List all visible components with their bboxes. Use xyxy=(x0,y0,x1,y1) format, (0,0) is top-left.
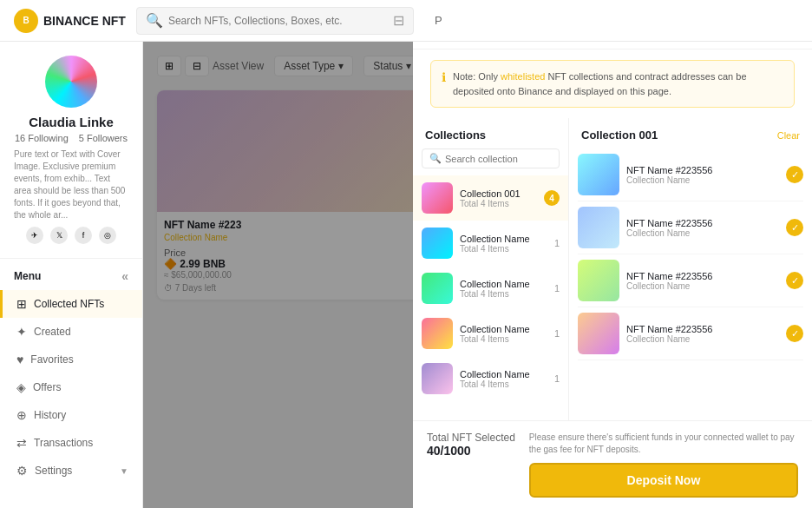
collection-item-3[interactable]: Collection Name Total 4 Items 1 xyxy=(413,311,568,356)
sidebar-item-collected[interactable]: ⊞ Collected NFTs xyxy=(0,290,142,318)
collections-panel: Collections 🔍 Collection 001 Total 4 Ite… xyxy=(413,118,569,420)
search-small-icon: 🔍 xyxy=(429,153,442,164)
collection-search[interactable]: 🔍 xyxy=(422,148,560,168)
check-icon-1: ✓ xyxy=(786,219,803,236)
modal-header: Deposit NFT ●●●●●●● ●●● ⤴ ✕ xyxy=(413,42,812,49)
collection-search-input[interactable] xyxy=(445,154,552,164)
logo-icon: B xyxy=(14,9,38,33)
diamond-icon: ◈ xyxy=(16,380,26,394)
facebook-icon[interactable]: f xyxy=(75,227,92,244)
collection-name-1: Collection Name xyxy=(460,234,547,244)
collection-count-3: 1 xyxy=(554,328,560,339)
collection-name-3: Collection Name xyxy=(460,324,547,334)
clock-icon: ⊕ xyxy=(16,408,27,422)
profile-section: Claudia Linke 16 Following 5 Followers P… xyxy=(0,56,142,259)
notice-text: Note: Only whitelisted NFT collections a… xyxy=(453,69,783,98)
footer-note: Please ensure there's sufficient funds i… xyxy=(529,432,798,456)
twitter-icon[interactable]: 𝕏 xyxy=(50,227,68,244)
collections-list: Collection 001 Total 4 Items 4 Collectio… xyxy=(413,175,568,420)
modal-footer: Total NFT Selected 40/1000 Please ensure… xyxy=(413,420,812,508)
menu-header: Menu « xyxy=(0,259,142,290)
collection-info-4: Collection Name Total 4 Items xyxy=(460,369,547,389)
collection-name-4: Collection Name xyxy=(460,369,547,379)
footer-total: Total NFT Selected 40/1000 xyxy=(427,432,515,458)
deposit-modal: Deposit NFT ●●●●●●● ●●● ⤴ ✕ ℹ xyxy=(413,42,812,508)
nft-row-coll-1: Collection Name xyxy=(626,228,779,238)
whitelist-link[interactable]: whitelisted xyxy=(501,71,545,82)
settings-icon: ⚙ xyxy=(16,464,28,478)
collection-thumb-0 xyxy=(422,182,453,214)
sidebar: Claudia Linke 16 Following 5 Followers P… xyxy=(0,42,143,508)
heart-icon: ♥ xyxy=(16,353,23,366)
link-icon[interactable]: ◎ xyxy=(99,227,116,244)
main-layout: Claudia Linke 16 Following 5 Followers P… xyxy=(0,42,812,508)
sidebar-item-offers[interactable]: ◈ Offers xyxy=(0,373,142,401)
logo[interactable]: B BINANCE NFT xyxy=(14,9,126,33)
telegram-icon[interactable]: ✈ xyxy=(26,227,43,244)
star-icon: ✦ xyxy=(16,325,27,339)
sidebar-item-created-label: Created xyxy=(34,326,71,338)
collection-thumb-4 xyxy=(422,363,453,394)
collection-count-2: 1 xyxy=(554,283,560,294)
collection-thumb-2 xyxy=(422,273,453,304)
settings-chevron: ▼ xyxy=(120,466,128,476)
collection-thumb-1 xyxy=(422,228,453,259)
sidebar-item-history[interactable]: ⊕ History xyxy=(0,401,142,429)
nft-row-3[interactable]: NFT Name #223556 Collection Name ✓ xyxy=(578,307,803,360)
total-value: 40/1000 xyxy=(427,444,515,458)
nft-thumb-0 xyxy=(578,154,619,195)
collection-items-0: Total 4 Items xyxy=(460,199,537,208)
menu-collapse-icon[interactable]: « xyxy=(121,269,128,283)
collection-items-4: Total 4 Items xyxy=(460,379,547,389)
nft-row-coll-3: Collection Name xyxy=(626,334,779,344)
sidebar-item-transactions[interactable]: ⇄ Transactions xyxy=(0,429,142,457)
transfer-icon: ⇄ xyxy=(16,436,27,450)
clear-button[interactable]: Clear xyxy=(777,130,800,141)
nft-row-coll-2: Collection Name xyxy=(626,281,779,291)
profile-name: Claudia Linke xyxy=(14,115,128,129)
nav-items: P xyxy=(435,14,442,27)
collection-count-4: 1 xyxy=(554,373,560,384)
deposit-now-button[interactable]: Deposit Now xyxy=(529,463,798,498)
nfts-panel-title: Collection 001 xyxy=(581,129,658,142)
collection-items-2: Total 4 Items xyxy=(460,289,547,299)
collection-item-2[interactable]: Collection Name Total 4 Items 1 xyxy=(413,266,568,311)
modal-overlay[interactable]: Deposit NFT ●●●●●●● ●●● ⤴ ✕ ℹ xyxy=(143,42,812,508)
nft-row-2[interactable]: NFT Name #223556 Collection Name ✓ xyxy=(578,254,803,307)
search-icon: 🔍 xyxy=(146,12,163,29)
collection-item-4[interactable]: Collection Name Total 4 Items 1 xyxy=(413,356,568,401)
nft-row-name-0: NFT Name #223556 xyxy=(626,165,779,175)
sidebar-item-created[interactable]: ✦ Created xyxy=(0,318,142,346)
collection-item-0[interactable]: Collection 001 Total 4 Items 4 xyxy=(413,175,568,221)
total-label: Total NFT Selected xyxy=(427,432,515,444)
sidebar-item-favorites-label: Favorites xyxy=(30,353,73,366)
collection-name-2: Collection Name xyxy=(460,279,547,289)
footer-right: Please ensure there's sufficient funds i… xyxy=(529,432,798,498)
sidebar-item-settings-label: Settings xyxy=(35,465,72,477)
nft-thumb-3 xyxy=(578,313,619,354)
sidebar-item-history-label: History xyxy=(34,409,66,421)
nft-row-info-0: NFT Name #223556 Collection Name xyxy=(626,165,779,185)
search-bar[interactable]: 🔍 ⊟ xyxy=(136,7,414,35)
nav-item-drops[interactable]: P xyxy=(435,14,442,27)
collection-info-3: Collection Name Total 4 Items xyxy=(460,324,547,344)
top-navigation: B BINANCE NFT 🔍 ⊟ P xyxy=(0,0,812,42)
collection-info-1: Collection Name Total 4 Items xyxy=(460,234,547,254)
nft-row-name-1: NFT Name #223556 xyxy=(626,218,779,228)
sidebar-item-offers-label: Offers xyxy=(33,381,61,393)
nft-row-info-3: NFT Name #223556 Collection Name xyxy=(626,324,779,344)
collection-item-1[interactable]: Collection Name Total 4 Items 1 xyxy=(413,221,568,266)
profile-stats: 16 Following 5 Followers xyxy=(14,133,128,143)
nft-row-0[interactable]: NFT Name #223556 Collection Name ✓ xyxy=(578,148,803,201)
search-input[interactable] xyxy=(168,15,388,27)
profile-bio: Pure text or Text with Cover Image. Excl… xyxy=(14,148,128,221)
nft-row-1[interactable]: NFT Name #223556 Collection Name ✓ xyxy=(578,201,803,254)
check-icon-2: ✓ xyxy=(786,272,803,289)
menu-label: Menu xyxy=(14,270,41,282)
nfts-list: NFT Name #223556 Collection Name ✓ NFT N… xyxy=(569,148,812,420)
sidebar-item-settings[interactable]: ⚙ Settings ▼ xyxy=(0,457,142,485)
search-filter-icon: ⊟ xyxy=(393,12,404,29)
collection-info-0: Collection 001 Total 4 Items xyxy=(460,188,537,208)
sidebar-item-favorites[interactable]: ♥ Favorites xyxy=(0,346,142,373)
nft-thumb-2 xyxy=(578,260,619,301)
